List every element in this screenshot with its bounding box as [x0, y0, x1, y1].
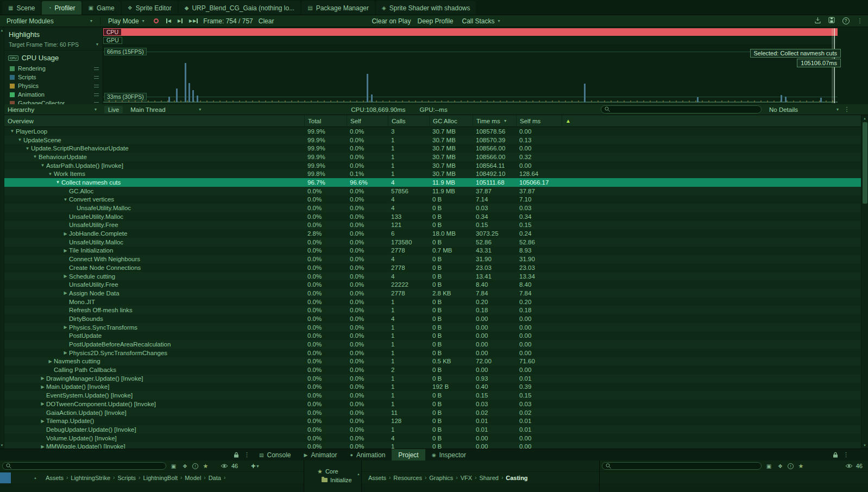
alert-icon[interactable]: !: [192, 463, 198, 469]
scroll-down-icon[interactable]: ▼: [1, 444, 4, 447]
lock-icon[interactable]: [231, 452, 241, 458]
legend-item-scripts[interactable]: Scripts: [4, 73, 103, 81]
tree-toggle-icon[interactable]: ▼: [24, 146, 31, 151]
play-mode-dropdown[interactable]: Play Mode ▾: [105, 16, 148, 26]
cpu-usage-module[interactable]: CPU CPU Usage: [4, 51, 103, 64]
view-mode-dropdown[interactable]: Hierarchy ▾: [4, 105, 100, 115]
breadcrumb-item[interactable]: Resources: [393, 475, 422, 481]
save-profile-button[interactable]: [827, 16, 836, 26]
table-row[interactable]: Connect With Neighbours0.0%0.0%40 B31.90…: [4, 255, 868, 263]
table-row[interactable]: Create Node Connections0.0%0.0%27780 B23…: [4, 263, 868, 272]
table-row[interactable]: UnsafeUtility.Malloc0.0%0.0%1330 B0.340.…: [4, 212, 868, 221]
folder-item-initialize[interactable]: Initialize: [304, 476, 361, 484]
table-row[interactable]: GaiaAction.Update() [Invoke]0.0%0.0%110 …: [4, 408, 868, 417]
project-search-right[interactable]: [602, 462, 762, 470]
column-overview[interactable]: Overview: [4, 115, 304, 127]
tab-project[interactable]: Project: [392, 449, 425, 461]
tree-toggle-icon[interactable]: ▶: [62, 325, 69, 330]
search-by-type-icon[interactable]: ▣: [169, 463, 178, 469]
table-row[interactable]: ▼UpdateScene99.9%0.0%130.7 MB108570.390.…: [4, 136, 868, 144]
scroll-down-icon[interactable]: ▼: [863, 444, 866, 447]
table-row[interactable]: ▶JobHandle.Complete2.8%0.0%618.0 MB3073.…: [4, 229, 868, 238]
legend-item-physics[interactable]: Physics: [4, 81, 103, 90]
live-toggle[interactable]: Live: [104, 106, 123, 113]
tree-toggle-icon[interactable]: ▶: [39, 401, 46, 406]
details-dropdown[interactable]: No Details ▾: [766, 105, 842, 115]
scroll-up-icon[interactable]: ▲: [1, 29, 4, 32]
search-by-label-icon[interactable]: ❖: [776, 463, 784, 469]
tab-console[interactable]: ▤Console: [253, 449, 298, 461]
table-row[interactable]: UnsafeUtility.Malloc0.0%0.0%40 B0.030.03: [4, 204, 868, 212]
column-total[interactable]: Total: [304, 115, 347, 127]
table-row[interactable]: ▶Schedule cutting0.0%0.0%40 B13.4113.34: [4, 272, 868, 281]
cpu-highlight-bar[interactable]: [103, 28, 838, 36]
breadcrumb-item[interactable]: Data: [209, 475, 221, 481]
breadcrumb-item[interactable]: Casting: [506, 475, 527, 481]
project-search-input-left[interactable]: [14, 463, 162, 469]
lock-icon[interactable]: [831, 452, 840, 458]
table-row[interactable]: ▶DOTweenComponent.Update() [Invoke]0.0%0…: [4, 400, 868, 408]
frame-time-graph[interactable]: [103, 46, 838, 103]
breadcrumb-item[interactable]: Shared: [479, 475, 498, 481]
legend-item-rendering[interactable]: Rendering: [4, 64, 103, 73]
clear-on-play-button[interactable]: Clear on Play: [370, 17, 412, 25]
tree-toggle-icon[interactable]: ▼: [16, 137, 23, 142]
tree-toggle-icon[interactable]: ▶: [39, 376, 46, 381]
table-row[interactable]: PostUpdate0.0%0.0%10 B0.000.00: [4, 332, 868, 340]
scroll-up-icon[interactable]: ▲: [863, 117, 866, 120]
table-row[interactable]: ▼Update.ScriptRunBehaviourUpdate99.9%0.0…: [4, 144, 868, 153]
breadcrumb-item[interactable]: Assets: [46, 475, 64, 481]
eye-icon[interactable]: [845, 461, 853, 471]
window-tab-scene[interactable]: ▦Scene: [2, 1, 41, 15]
gpu-highlight-bar[interactable]: [103, 37, 838, 44]
panel-menu-icon[interactable]: ⋮: [840, 451, 852, 458]
tree-toggle-icon[interactable]: ▶: [47, 359, 54, 364]
help-button[interactable]: ?: [841, 16, 851, 26]
scroll-up-icon[interactable]: ▲: [34, 476, 37, 480]
tab-animator[interactable]: ▶Animator: [298, 449, 344, 461]
first-frame-button[interactable]: ◀: [165, 18, 172, 23]
table-row[interactable]: ▶Assign Node Data0.0%0.0%27782.8 KB7.847…: [4, 289, 868, 298]
window-tab-profiler[interactable]: ◔Profiler: [42, 1, 81, 15]
hierarchy-search[interactable]: [601, 105, 762, 113]
table-row[interactable]: UnsafeUtility.Malloc0.0%0.0%1735800 B52.…: [4, 238, 868, 247]
table-row[interactable]: DirtyBounds0.0%0.0%40 B0.000.00: [4, 314, 868, 323]
table-row[interactable]: ▼Convert vertices0.0%0.0%40 B7.147.10: [4, 195, 868, 204]
deep-profile-button[interactable]: Deep Profile: [416, 17, 454, 25]
record-button[interactable]: [152, 17, 161, 26]
tree-toggle-icon[interactable]: ▶: [62, 274, 69, 279]
tab-animation[interactable]: ●Animation: [344, 449, 392, 461]
tree-toggle-icon[interactable]: ▼: [9, 129, 16, 134]
modules-scrollbar[interactable]: ▲ ▼: [0, 27, 4, 449]
tab-inspector[interactable]: ◉Inspector: [425, 449, 473, 461]
table-row[interactable]: ▼AstarPath.Update() [Invoke]99.9%0.0%130…: [4, 161, 868, 170]
hierarchy-menu-button[interactable]: ⋮: [842, 105, 852, 115]
thread-dropdown[interactable]: Main Thread ▾: [127, 105, 204, 115]
target-frame-time-dropdown[interactable]: Target Frame Time: 60 FPS ▾: [4, 40, 103, 48]
clear-button[interactable]: Clear: [257, 17, 275, 25]
search-by-type-icon[interactable]: ▣: [765, 463, 773, 469]
tree-toggle-icon[interactable]: ▼: [47, 172, 54, 176]
breadcrumb-item[interactable]: VFX: [461, 475, 472, 481]
table-row[interactable]: ▶Tilemap.Update()0.0%0.0%1280 B0.010.01: [4, 417, 868, 425]
table-scrollbar[interactable]: ▲ ▼: [861, 115, 868, 449]
breadcrumb-item[interactable]: Assets: [368, 475, 386, 481]
tree-toggle-icon[interactable]: ▼: [39, 163, 46, 168]
tree-toggle-icon[interactable]: ▼: [62, 197, 69, 202]
table-row[interactable]: EventSystem.Update() [Invoke]0.0%0.0%10 …: [4, 391, 868, 400]
breadcrumb-item[interactable]: LightningBolt: [143, 475, 178, 481]
breadcrumb-item[interactable]: LightningStrike: [71, 475, 110, 481]
table-row[interactable]: ▼Collect navmesh cuts96.7%96.6%411.9 MB1…: [4, 178, 868, 187]
table-row[interactable]: ▼PlayerLoop99.9%0.0%330.7 MB108578.560.0…: [4, 127, 868, 136]
window-tab-urp-blend[interactable]: ◆URP_Blend_CG_Gaia (nothing lo...: [179, 1, 300, 15]
hierarchy-search-input[interactable]: [612, 106, 758, 113]
column-calls[interactable]: Calls: [388, 115, 429, 127]
alert-icon[interactable]: !: [788, 463, 794, 469]
tree-toggle-icon[interactable]: ▼: [54, 180, 61, 185]
breadcrumb-item[interactable]: Scripts: [117, 475, 136, 481]
breadcrumb-item[interactable]: Graphics: [429, 475, 453, 481]
table-row[interactable]: PostUpdateBeforeAreaRecalculation0.0%0.0…: [4, 340, 868, 349]
panel-menu-icon[interactable]: ⋮: [241, 451, 253, 458]
scrollbar-thumb[interactable]: [863, 122, 867, 204]
window-tab-sprite-shader[interactable]: ◈Sprite Shader with shadows: [376, 1, 476, 15]
